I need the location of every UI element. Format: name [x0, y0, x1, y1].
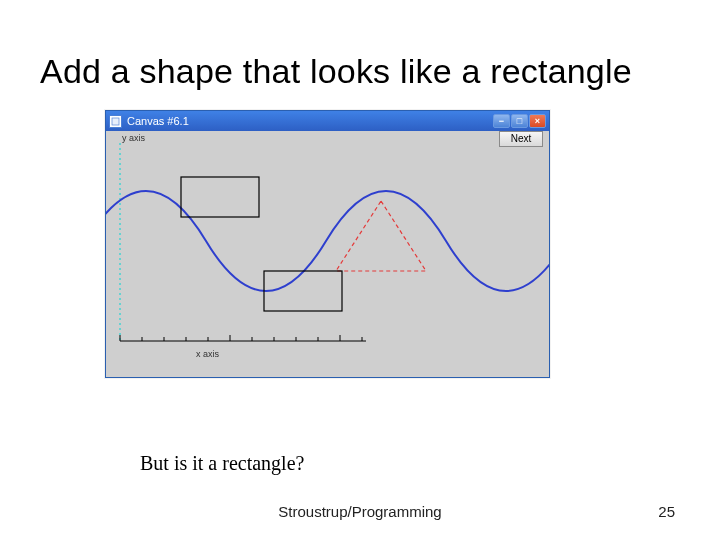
maximize-button[interactable]: □ — [511, 114, 528, 128]
system-menu-icon[interactable] — [109, 115, 122, 128]
caption-text: But is it a rectangle? — [140, 452, 304, 475]
window-title: Canvas #6.1 — [127, 115, 493, 127]
window-controls: − □ × — [493, 114, 546, 128]
sine-curve — [106, 191, 549, 291]
rectangle-shape-2 — [264, 271, 342, 311]
window-titlebar[interactable]: Canvas #6.1 − □ × — [106, 111, 549, 131]
slide: Add a shape that looks like a rectangle … — [0, 0, 720, 540]
svg-rect-1 — [112, 118, 119, 125]
plot-svg — [106, 131, 549, 377]
rectangle-shape-1 — [181, 177, 259, 217]
canvas-window: Canvas #6.1 − □ × Next y axis x axis — [105, 110, 550, 378]
footer-text: Stroustrup/Programming — [0, 503, 720, 520]
page-number: 25 — [658, 503, 675, 520]
close-button[interactable]: × — [529, 114, 546, 128]
slide-title: Add a shape that looks like a rectangle — [40, 52, 632, 91]
plot-area: y axis x axis — [106, 131, 549, 377]
triangle-shape — [336, 201, 426, 271]
x-axis-ticks — [120, 335, 362, 341]
minimize-button[interactable]: − — [493, 114, 510, 128]
